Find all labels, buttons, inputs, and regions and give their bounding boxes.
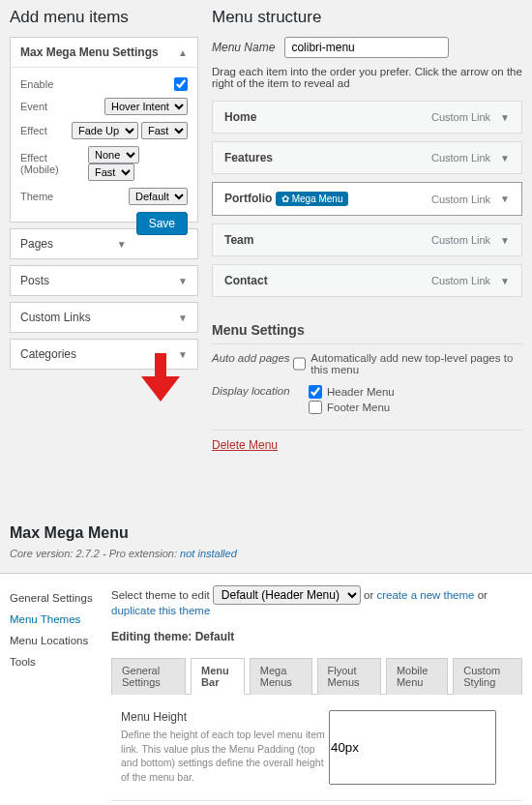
- menu-height-input[interactable]: [329, 710, 496, 785]
- pages-panel-toggle[interactable]: Pages▼: [11, 229, 136, 258]
- select-theme-label: Select theme to edit: [111, 589, 210, 601]
- add-items-heading: Add menu items: [10, 8, 198, 27]
- sidebar-item-menu-themes[interactable]: Menu Themes: [10, 609, 102, 630]
- drag-instructions: Drag each item into the order you prefer…: [212, 66, 522, 89]
- chevron-down-icon: ▼: [178, 276, 188, 286]
- chevron-down-icon: ▼: [500, 153, 510, 164]
- auto-add-label: Auto add pages: [212, 352, 293, 364]
- header-menu-checkbox-label[interactable]: Header Menu: [309, 385, 395, 399]
- version-line: Core version: 2.7.2 - Pro extension: not…: [0, 542, 532, 573]
- effect-select[interactable]: Fade Up: [72, 122, 138, 139]
- chevron-down-icon: ▼: [117, 239, 127, 250]
- structure-heading: Menu structure: [212, 8, 522, 27]
- sidebar-item-menu-locations[interactable]: Menu Locations: [10, 630, 102, 651]
- chevron-down-icon: ▼: [500, 235, 510, 246]
- chevron-down-icon: ▼: [178, 313, 188, 323]
- not-installed-link[interactable]: not installed: [180, 548, 237, 559]
- sidebar-item-general[interactable]: General Settings: [10, 587, 102, 609]
- theme-select[interactable]: Default: [129, 188, 188, 205]
- menu-item[interactable]: Team Custom Link▼: [212, 224, 522, 256]
- theme-label: Theme: [20, 191, 53, 202]
- setting-menu-background: Menu Background The background color for…: [111, 801, 522, 805]
- duplicate-theme-link[interactable]: duplicate this theme: [111, 605, 210, 616]
- mega-menu-badge[interactable]: ✿Mega Menu: [276, 192, 349, 206]
- menu-item[interactable]: Portfolio ✿Mega Menu Custom Link▼: [212, 182, 522, 216]
- sidebar-item-tools[interactable]: Tools: [10, 651, 102, 672]
- tab-custom-styling[interactable]: Custom Styling: [453, 658, 522, 695]
- event-select[interactable]: Hover Intent: [104, 98, 188, 115]
- setting-menu-height: Menu Height Define the height of each to…: [111, 695, 522, 801]
- auto-add-checkbox[interactable]: [293, 357, 306, 371]
- effect-speed-select[interactable]: Fast: [141, 122, 188, 139]
- delete-menu-link[interactable]: Delete Menu: [212, 438, 278, 452]
- effect-mobile-select[interactable]: None: [88, 146, 139, 164]
- red-arrow-icon: [141, 353, 180, 402]
- theme-to-edit-select[interactable]: Default (Header Menu): [213, 585, 361, 605]
- event-label: Event: [20, 101, 47, 112]
- effect-label: Effect: [20, 125, 47, 136]
- menu-settings-heading: Menu Settings: [212, 316, 522, 344]
- editing-theme-label: Editing theme: Default: [111, 630, 522, 643]
- chevron-down-icon: ▼: [500, 276, 510, 286]
- menu-name-input[interactable]: [284, 37, 449, 58]
- tab-general-settings[interactable]: General Settings: [111, 658, 186, 695]
- menu-item[interactable]: Contact Custom Link▼: [212, 264, 522, 297]
- effect-mobile-speed-select[interactable]: Fast: [88, 164, 134, 181]
- display-location-label: Display location: [212, 385, 309, 397]
- chevron-down-icon: ▼: [500, 112, 510, 123]
- effect-mobile-label: Effect (Mobile): [20, 152, 88, 175]
- tab-mega-menus[interactable]: Mega Menus: [250, 658, 312, 695]
- menu-item[interactable]: Home Custom Link▼: [212, 101, 522, 134]
- custom-links-panel-toggle[interactable]: Custom Links▼: [11, 303, 197, 332]
- mmm-sidebar: General Settings Menu Themes Menu Locati…: [0, 574, 102, 805]
- chevron-up-icon: ▲: [178, 47, 188, 58]
- enable-checkbox[interactable]: [174, 77, 188, 91]
- auto-add-checkbox-label[interactable]: Automatically add new top-level pages to…: [293, 352, 522, 375]
- header-menu-checkbox[interactable]: [309, 385, 322, 399]
- posts-panel-toggle[interactable]: Posts▼: [11, 266, 197, 295]
- menu-items-list: Home Custom Link▼ Features Custom Link▼ …: [212, 101, 522, 297]
- page-title: Max Mega Menu: [0, 524, 532, 542]
- tab-menu-bar[interactable]: Menu Bar: [191, 658, 245, 695]
- gear-icon: ✿: [281, 194, 289, 204]
- enable-label: Enable: [20, 78, 53, 90]
- theme-tabs: General Settings Menu Bar Mega Menus Fly…: [111, 657, 522, 695]
- chevron-down-icon: ▼: [500, 194, 510, 204]
- footer-menu-checkbox-label[interactable]: Footer Menu: [309, 401, 395, 414]
- create-theme-link[interactable]: create a new theme: [376, 589, 474, 601]
- menu-item[interactable]: Features Custom Link▼: [212, 141, 522, 174]
- tab-mobile-menu[interactable]: Mobile Menu: [386, 658, 448, 695]
- tab-flyout-menus[interactable]: Flyout Menus: [317, 658, 381, 695]
- menu-name-label: Menu Name: [212, 41, 275, 54]
- footer-menu-checkbox[interactable]: [309, 401, 322, 414]
- save-button[interactable]: Save: [136, 212, 188, 235]
- mmm-settings-panel: Max Mega Menu Settings ▲ Enable Event Ho…: [10, 37, 198, 223]
- mmm-settings-toggle[interactable]: Max Mega Menu Settings ▲: [11, 38, 197, 68]
